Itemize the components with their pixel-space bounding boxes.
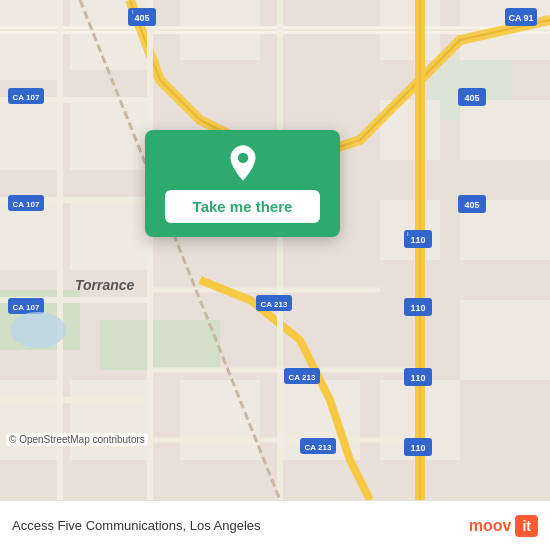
svg-rect-9 [70, 200, 150, 270]
bottom-bar: Access Five Communications, Los Angeles … [0, 500, 550, 550]
svg-text:110: 110 [410, 303, 425, 313]
moovit-logo: moov it [469, 515, 538, 537]
svg-point-70 [237, 153, 247, 163]
svg-rect-13 [180, 380, 260, 460]
svg-text:110: 110 [410, 373, 425, 383]
svg-text:CA 213: CA 213 [289, 373, 316, 382]
map-container: 405 I CA 107 CA 107 CA 107 405 405 CA 91… [0, 0, 550, 500]
svg-rect-8 [70, 100, 150, 170]
svg-text:405: 405 [464, 200, 479, 210]
moovit-text: moov [469, 517, 512, 535]
svg-text:405: 405 [464, 93, 479, 103]
location-text: Access Five Communications, Los Angeles [12, 518, 261, 533]
map-svg: 405 I CA 107 CA 107 CA 107 405 405 CA 91… [0, 0, 550, 500]
svg-text:CA 107: CA 107 [13, 93, 40, 102]
svg-rect-22 [460, 300, 550, 380]
svg-rect-2 [100, 320, 220, 370]
svg-text:CA 213: CA 213 [305, 443, 332, 452]
svg-text:CA 107: CA 107 [13, 303, 40, 312]
svg-point-69 [10, 312, 66, 348]
svg-rect-11 [0, 380, 60, 460]
svg-text:405: 405 [134, 13, 149, 23]
svg-rect-4 [0, 0, 60, 80]
popup-card: Take me there [145, 130, 340, 237]
location-pin-icon [224, 144, 262, 182]
svg-text:Torrance: Torrance [75, 277, 135, 293]
svg-rect-12 [70, 380, 150, 460]
svg-text:CA 213: CA 213 [261, 300, 288, 309]
take-me-there-button[interactable]: Take me there [165, 190, 320, 223]
moovit-m-badge: it [515, 515, 538, 537]
svg-text:CA 107: CA 107 [13, 200, 40, 209]
svg-text:110: 110 [410, 443, 425, 453]
svg-text:CA 91: CA 91 [508, 13, 533, 23]
svg-rect-5 [0, 100, 60, 170]
svg-rect-20 [460, 100, 550, 160]
osm-copyright: © OpenStreetMap contributors [6, 433, 148, 446]
svg-text:110: 110 [410, 235, 425, 245]
